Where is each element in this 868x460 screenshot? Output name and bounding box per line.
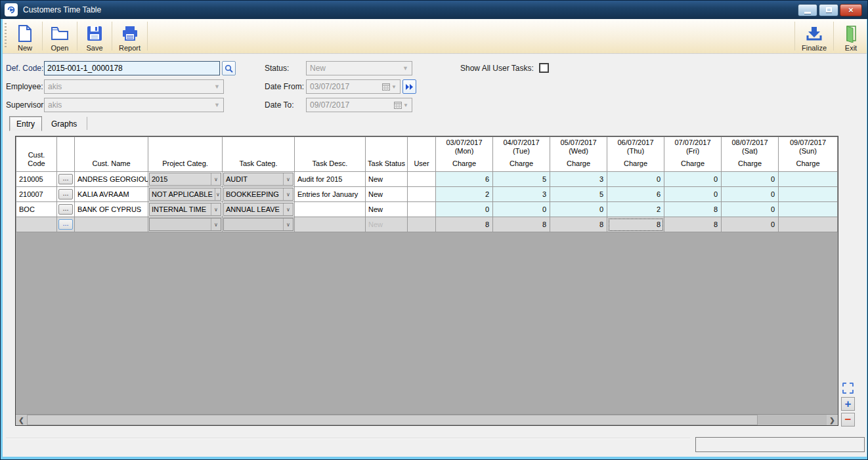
grid-empty-area <box>16 232 838 414</box>
maximize-button[interactable] <box>819 4 838 16</box>
cell-task-status[interactable]: New <box>366 202 408 217</box>
cell-task-status[interactable]: New <box>366 172 408 187</box>
cell-cust-code[interactable]: BOC <box>16 202 57 217</box>
cell-task-desc[interactable]: Entries for January <box>295 187 366 202</box>
toolbar-grip <box>5 23 7 49</box>
charge-cell[interactable]: 0 <box>607 172 664 187</box>
cell-task-desc <box>295 217 366 232</box>
charge-cell[interactable]: 2 <box>607 202 664 217</box>
row-detail-button[interactable]: ... <box>57 187 75 202</box>
charge-cell[interactable]: 0 <box>722 187 779 202</box>
charge-cell[interactable]: 2 <box>436 187 493 202</box>
search-button[interactable] <box>222 61 236 75</box>
report-button-label: Report <box>119 44 141 52</box>
timesheet-grid: Cust. Code Cust. Name Project Categ. Tas… <box>15 136 838 426</box>
header-task-status: Task Status <box>366 137 408 172</box>
new-button-label: New <box>18 44 32 52</box>
status-message-box <box>695 437 865 452</box>
cell-project-categ[interactable]: NOT APPLICABLE∨ <box>148 187 223 202</box>
header-date-mon: 03/07/2017(Mon)Charge <box>436 137 493 172</box>
exit-button[interactable]: Exit <box>835 19 867 53</box>
chevron-down-icon: ∨ <box>211 173 221 185</box>
new-button[interactable]: New <box>9 19 41 53</box>
charge-cell[interactable] <box>779 172 838 187</box>
charge-cell[interactable]: 6 <box>607 187 664 202</box>
total-charge-cell[interactable]: 8 <box>493 217 550 232</box>
cell-cust-name[interactable]: ANDRES GEORGIOU <box>75 172 148 187</box>
tab-graphs[interactable]: Graphs <box>45 116 83 131</box>
date-to-label: Date To: <box>265 100 293 110</box>
tab-entry[interactable]: Entry <box>9 116 42 131</box>
cell-user[interactable] <box>408 202 436 217</box>
chevron-down-icon: ▼ <box>214 83 220 90</box>
total-charge-cell-focused[interactable]: 8 <box>607 217 664 232</box>
charge-cell[interactable]: 0 <box>722 202 779 217</box>
scroll-left-arrow-icon[interactable]: ❮ <box>16 415 27 425</box>
header-task-desc: Task Desc. <box>295 137 366 172</box>
show-all-tasks-checkbox[interactable] <box>539 63 549 73</box>
charge-cell[interactable]: 8 <box>664 202 722 217</box>
total-charge-cell[interactable]: 8 <box>436 217 493 232</box>
app-window: Customers Time Table ✕ New Open <box>0 0 868 460</box>
minimize-button[interactable] <box>798 4 817 16</box>
charge-cell[interactable]: 3 <box>493 187 550 202</box>
cell-task-status[interactable]: New <box>366 187 408 202</box>
row-detail-button[interactable]: ... <box>57 172 75 187</box>
close-button[interactable]: ✕ <box>840 4 862 16</box>
total-charge-cell[interactable]: 8 <box>550 217 607 232</box>
cell-task-desc[interactable]: Audit for 2015 <box>295 172 366 187</box>
scroll-right-arrow-icon[interactable]: ❯ <box>827 415 838 425</box>
cell-cust-name[interactable]: KALIA AVRAAM <box>75 187 148 202</box>
scrollbar-thumb[interactable] <box>27 415 758 425</box>
total-charge-cell[interactable]: 8 <box>664 217 722 232</box>
supervisor-value: akis <box>48 100 62 110</box>
total-charge-cell[interactable]: 0 <box>722 217 779 232</box>
charge-cell[interactable]: 0 <box>722 172 779 187</box>
charge-cell[interactable]: 5 <box>550 187 607 202</box>
charge-cell[interactable]: 6 <box>436 172 493 187</box>
open-button[interactable]: Open <box>44 19 76 53</box>
add-row-button[interactable]: + <box>841 397 855 411</box>
chevron-down-icon: ∨ <box>211 219 221 230</box>
charge-cell[interactable]: 0 <box>664 172 722 187</box>
date-from-value: 03/07/2017 <box>310 82 349 91</box>
cell-cust-code[interactable]: 210005 <box>16 172 57 187</box>
cell-task-categ[interactable]: AUDIT∨ <box>223 172 295 187</box>
row-detail-button[interactable]: ... <box>57 217 75 232</box>
cell-project-categ[interactable]: INTERNAL TIME∨ <box>148 202 223 217</box>
chevron-down-icon: ▼ <box>402 65 408 72</box>
cell-task-categ[interactable]: BOOKKEEPING∨ <box>223 187 295 202</box>
supervisor-dropdown: akis▼ <box>44 98 224 112</box>
advance-week-button[interactable] <box>402 79 416 94</box>
row-detail-button[interactable]: ... <box>57 202 75 217</box>
cell-task-desc[interactable] <box>295 202 366 217</box>
delete-row-button[interactable]: − <box>841 413 855 427</box>
cell-task-categ[interactable]: ANNUAL LEAVE∨ <box>223 202 295 217</box>
window-title: Customers Time Table <box>23 5 101 14</box>
date-to-field: 09/07/2017 ▼ <box>306 98 412 112</box>
charge-cell[interactable]: 0 <box>436 202 493 217</box>
finalize-button[interactable]: Finalize <box>796 19 832 53</box>
charge-cell[interactable] <box>779 187 838 202</box>
charge-cell[interactable]: 0 <box>550 202 607 217</box>
total-charge-cell[interactable] <box>779 217 838 232</box>
select-region-button[interactable] <box>841 381 855 395</box>
cell-user[interactable] <box>408 187 436 202</box>
charge-cell[interactable] <box>779 202 838 217</box>
charge-cell[interactable]: 0 <box>664 187 722 202</box>
statusbar-divider <box>6 438 690 438</box>
cell-project-categ[interactable]: 2015∨ <box>148 172 223 187</box>
charge-cell[interactable]: 5 <box>493 172 550 187</box>
save-button[interactable]: Save <box>79 19 110 53</box>
horizontal-scrollbar[interactable]: ❮ ❯ <box>16 414 838 425</box>
status-label: Status: <box>265 64 289 73</box>
toolbar-separator <box>42 22 43 51</box>
charge-cell[interactable]: 0 <box>493 202 550 217</box>
def-code-field[interactable]: 2015-001-1_0000178 <box>44 61 220 75</box>
cell-cust-name[interactable]: BANK OF CYPRUS <box>75 202 148 217</box>
cell-cust-code <box>16 217 57 232</box>
charge-cell[interactable]: 3 <box>550 172 607 187</box>
cell-cust-code[interactable]: 210007 <box>16 187 57 202</box>
cell-user[interactable] <box>408 172 436 187</box>
report-button[interactable]: Report <box>114 19 146 53</box>
